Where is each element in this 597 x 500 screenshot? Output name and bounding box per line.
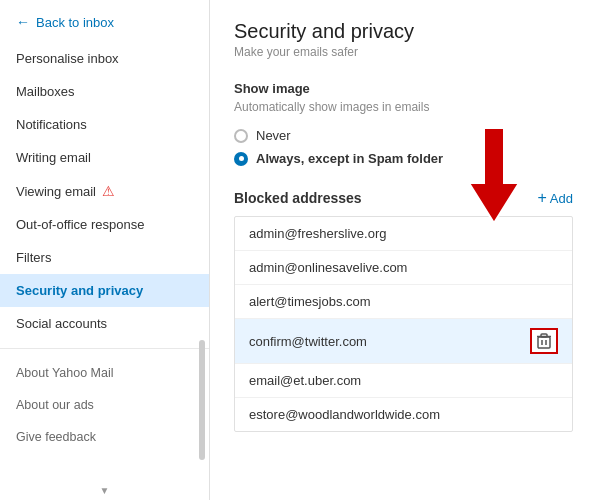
add-label: Add: [550, 191, 573, 206]
radio-never-circle: [234, 129, 248, 143]
sidebar: ← Back to inbox Personalise inbox Mailbo…: [0, 0, 210, 500]
sidebar-label-out-of-office: Out-of-office response: [16, 217, 144, 232]
blocked-email-6: estore@woodlandworldwide.com: [249, 407, 440, 422]
sidebar-label-security-privacy: Security and privacy: [16, 283, 143, 298]
sidebar-label-social-accounts: Social accounts: [16, 316, 107, 331]
sidebar-label-mailboxes: Mailboxes: [16, 84, 75, 99]
blocked-email-4: confirm@twitter.com: [249, 334, 367, 349]
blocked-list-wrapper: admin@fresherslive.org admin@onlinesavel…: [234, 216, 573, 432]
plus-icon: +: [538, 190, 547, 206]
warning-icon: ⚠: [102, 183, 115, 199]
radio-always-label: Always, except in Spam folder: [256, 151, 443, 166]
blocked-item-4: confirm@twitter.com: [235, 319, 572, 364]
show-image-desc: Automatically show images in emails: [234, 100, 573, 114]
radio-never[interactable]: Never: [234, 128, 573, 143]
sidebar-item-viewing-email[interactable]: Viewing email ⚠: [0, 174, 209, 208]
blocked-email-2: admin@onlinesavelive.com: [249, 260, 407, 275]
sidebar-label-notifications: Notifications: [16, 117, 87, 132]
blocked-list: admin@fresherslive.org admin@onlinesavel…: [234, 216, 573, 432]
sidebar-item-filters[interactable]: Filters: [0, 241, 209, 274]
sidebar-item-notifications[interactable]: Notifications: [0, 108, 209, 141]
blocked-item-3: alert@timesjobs.com: [235, 285, 572, 319]
back-arrow-icon: ←: [16, 14, 30, 30]
radio-never-label: Never: [256, 128, 291, 143]
back-to-inbox-button[interactable]: ← Back to inbox: [0, 0, 209, 42]
scrollbar-thumb[interactable]: [199, 340, 205, 460]
sidebar-item-social-accounts[interactable]: Social accounts: [0, 307, 209, 340]
delete-blocked-button-4[interactable]: [530, 328, 558, 354]
sidebar-scroll-area: Personalise inbox Mailboxes Notification…: [0, 42, 209, 481]
sidebar-label-about-yahoo: About Yahoo Mail: [16, 366, 114, 380]
blocked-email-5: email@et.uber.com: [249, 373, 361, 388]
blocked-addresses-header: Blocked addresses + Add: [234, 190, 573, 206]
page-title: Security and privacy: [234, 20, 573, 43]
blocked-email-3: alert@timesjobs.com: [249, 294, 371, 309]
blocked-addresses-title: Blocked addresses: [234, 190, 362, 206]
sidebar-label-personalise-inbox: Personalise inbox: [16, 51, 119, 66]
main-content: Security and privacy Make your emails sa…: [210, 0, 597, 500]
sidebar-item-about-ads[interactable]: About our ads: [0, 389, 209, 421]
sidebar-label-about-ads: About our ads: [16, 398, 94, 412]
sidebar-item-give-feedback[interactable]: Give feedback: [0, 421, 209, 453]
add-blocked-button[interactable]: + Add: [538, 190, 573, 206]
svg-rect-0: [538, 337, 550, 348]
sidebar-item-out-of-office[interactable]: Out-of-office response: [0, 208, 209, 241]
sidebar-label-viewing-email: Viewing email: [16, 184, 96, 199]
sidebar-divider: [0, 348, 209, 349]
sidebar-item-mailboxes[interactable]: Mailboxes: [0, 75, 209, 108]
sidebar-label-give-feedback: Give feedback: [16, 430, 96, 444]
scroll-down-indicator: ▼: [0, 481, 209, 500]
image-radio-group: Never Always, except in Spam folder: [234, 128, 573, 166]
blocked-item-1: admin@fresherslive.org: [235, 217, 572, 251]
page-subtitle: Make your emails safer: [234, 45, 573, 59]
sidebar-item-writing-email[interactable]: Writing email: [0, 141, 209, 174]
radio-always[interactable]: Always, except in Spam folder: [234, 151, 573, 166]
blocked-email-1: admin@fresherslive.org: [249, 226, 386, 241]
blocked-item-6: estore@woodlandworldwide.com: [235, 398, 572, 431]
blocked-item-5: email@et.uber.com: [235, 364, 572, 398]
show-image-label: Show image: [234, 81, 573, 96]
svg-rect-4: [541, 334, 547, 337]
sidebar-label-writing-email: Writing email: [16, 150, 91, 165]
sidebar-item-personalise-inbox[interactable]: Personalise inbox: [0, 42, 209, 75]
sidebar-label-filters: Filters: [16, 250, 51, 265]
sidebar-item-security-privacy[interactable]: Security and privacy: [0, 274, 209, 307]
back-to-inbox-label: Back to inbox: [36, 15, 114, 30]
sidebar-item-about-yahoo[interactable]: About Yahoo Mail: [0, 357, 209, 389]
trash-icon: [537, 333, 551, 349]
radio-always-circle: [234, 152, 248, 166]
blocked-item-2: admin@onlinesavelive.com: [235, 251, 572, 285]
